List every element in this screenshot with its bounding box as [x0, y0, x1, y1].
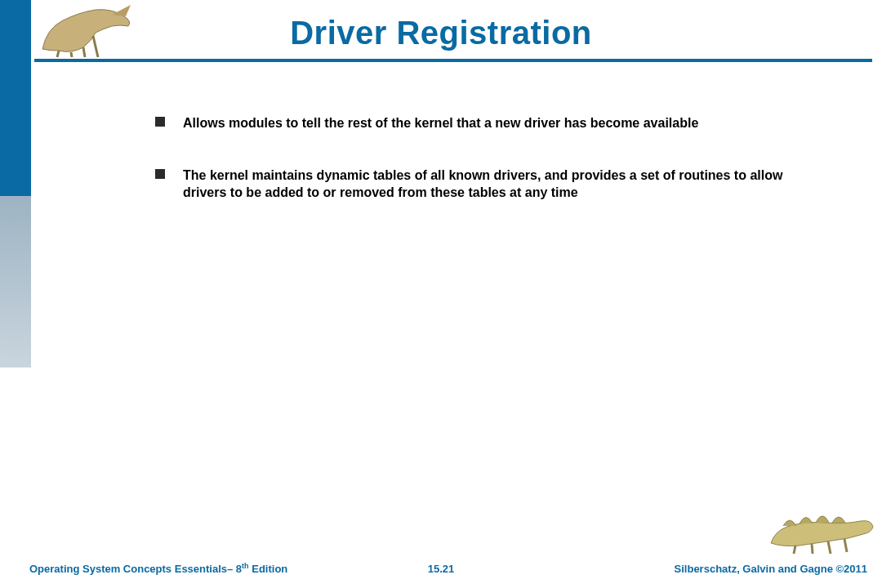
footer-right: Silberschatz, Galvin and Gagne ©2011: [675, 563, 867, 575]
square-bullet-icon: [155, 169, 165, 179]
left-ribbon-mid: [0, 196, 31, 368]
dinosaur-bottom-icon: [767, 498, 877, 555]
bullet-text: Allows modules to tell the rest of the k…: [183, 114, 817, 132]
slide: Driver Registration Allows modules to te…: [0, 0, 882, 588]
list-item: Allows modules to tell the rest of the k…: [155, 114, 817, 132]
title-underline: [34, 59, 872, 62]
slide-title: Driver Registration: [0, 15, 882, 51]
bullet-list: Allows modules to tell the rest of the k…: [155, 114, 817, 236]
list-item: The kernel maintains dynamic tables of a…: [155, 167, 817, 202]
square-bullet-icon: [155, 117, 165, 127]
bullet-text: The kernel maintains dynamic tables of a…: [183, 167, 817, 202]
